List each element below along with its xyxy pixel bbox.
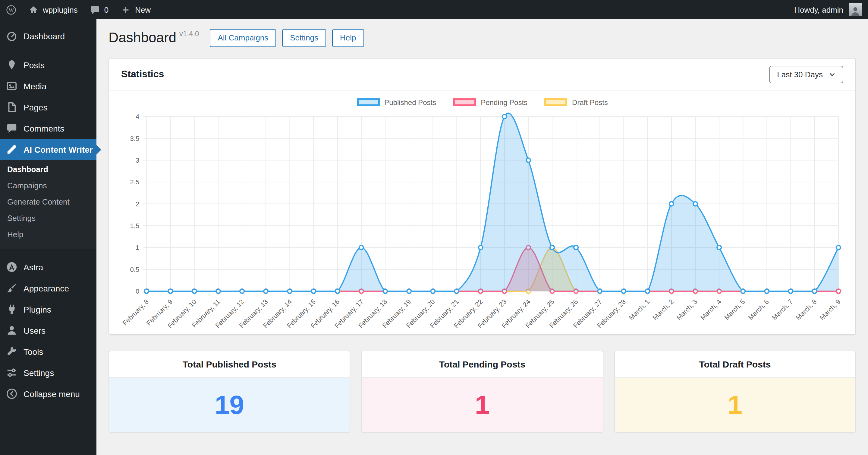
total-published-value: 19 — [215, 392, 244, 419]
submenu-item-settings[interactable]: Settings — [0, 210, 96, 226]
submenu-item-campaigns[interactable]: Campaigns — [0, 177, 96, 194]
submenu-item-help[interactable]: Help — [0, 226, 96, 243]
chevron-down-icon — [829, 71, 835, 78]
statistics-card-header: Statistics Last 30 Days — [109, 58, 855, 91]
submenu-item-generate-content[interactable]: Generate Content — [0, 194, 96, 210]
svg-text:0.5: 0.5 — [130, 265, 140, 273]
legend-item-draft[interactable]: Draft Posts — [544, 98, 608, 107]
sidebar-item-posts[interactable]: Posts — [0, 54, 96, 76]
total-published-card: Total Published Posts 19 — [108, 351, 350, 433]
statistics-chart[interactable]: 00.511.522.533.54February, 8February, 9F… — [119, 108, 846, 333]
pencil-icon — [6, 144, 18, 155]
new-label: New — [135, 5, 151, 14]
legend-swatch-draft — [544, 98, 567, 106]
svg-text:1.5: 1.5 — [130, 222, 140, 229]
legend-swatch-pending — [453, 98, 476, 106]
all-campaigns-button[interactable]: All Campaigns — [210, 29, 276, 47]
total-pending-card: Total Pending Posts 1 — [361, 351, 603, 433]
page-icon — [6, 102, 18, 113]
sidebar-item-astra[interactable]: Astra — [0, 256, 96, 278]
header-buttons: All Campaigns Settings Help — [210, 29, 364, 47]
legend-item-pending[interactable]: Pending Posts — [453, 98, 527, 107]
total-card-body: 1 — [615, 378, 855, 432]
main-content: Dashboard v1.4.0 All Campaigns Settings … — [96, 19, 868, 455]
sidebar-item-pages[interactable]: Pages — [0, 96, 96, 118]
svg-text:3: 3 — [135, 156, 139, 164]
total-card-title: Total Draft Posts — [615, 351, 855, 378]
settings-button[interactable]: Settings — [282, 29, 326, 47]
comment-bubble-icon — [90, 4, 100, 15]
pin-icon — [6, 59, 18, 70]
howdy-text: Howdy, admin — [794, 5, 843, 14]
sidebar-item-label: Media — [24, 81, 46, 91]
sidebar-item-collapse-menu[interactable]: Collapse menu — [0, 383, 96, 404]
date-range-select[interactable]: Last 30 Days — [769, 65, 843, 83]
plus-icon — [121, 4, 131, 15]
sidebar-item-dashboard[interactable]: Dashboard — [0, 25, 96, 47]
svg-text:0: 0 — [135, 287, 139, 295]
legend-item-published[interactable]: Published Posts — [356, 98, 436, 107]
avatar — [849, 3, 862, 16]
sidebar-item-label: Tools — [24, 347, 43, 356]
svg-text:March, 4: March, 4 — [699, 297, 722, 321]
sidebar-item-tools[interactable]: Tools — [0, 341, 96, 362]
sidebar-item-label: Plugins — [24, 305, 51, 314]
admin-bar: W wpplugins 0 New Howdy, admin — [0, 0, 868, 19]
site-name-menu[interactable]: wpplugins — [22, 0, 84, 19]
date-range-label: Last 30 Days — [777, 70, 823, 79]
total-card-title: Total Published Posts — [109, 351, 350, 378]
sidebar-item-comments[interactable]: Comments — [0, 118, 96, 139]
total-card-body: 19 — [109, 378, 350, 432]
wp-logo-menu[interactable]: W — [0, 0, 22, 19]
svg-text:March, 2: March, 2 — [651, 297, 675, 321]
svg-text:2.5: 2.5 — [130, 178, 140, 186]
astra-icon — [6, 261, 18, 273]
svg-text:March, 9: March, 9 — [818, 297, 842, 321]
wrench-icon — [6, 346, 18, 357]
sidebar-item-appearance[interactable]: Appearance — [0, 278, 96, 299]
ai-content-writer-submenu: Dashboard Campaigns Generate Content Set… — [0, 160, 96, 249]
sidebar-item-label: Collapse menu — [24, 389, 80, 399]
howdy-menu[interactable]: Howdy, admin — [788, 0, 868, 19]
page-header: Dashboard v1.4.0 All Campaigns Settings … — [96, 19, 868, 53]
new-content-menu[interactable]: New — [115, 0, 157, 19]
help-button[interactable]: Help — [332, 29, 364, 47]
legend-swatch-published — [356, 98, 379, 106]
legend-label: Pending Posts — [481, 98, 527, 107]
statistics-card: Statistics Last 30 Days Published Posts … — [108, 58, 856, 335]
sidebar-item-plugins[interactable]: Plugins — [0, 299, 96, 320]
svg-text:W: W — [8, 7, 14, 13]
wordpress-logo-icon: W — [6, 4, 16, 15]
sidebar-item-label: Appearance — [24, 283, 69, 293]
sidebar-item-users[interactable]: Users — [0, 320, 96, 341]
collapse-arrow-icon — [6, 388, 18, 399]
plug-icon — [6, 304, 18, 315]
sidebar-item-label: Users — [24, 325, 45, 335]
brush-icon — [6, 282, 18, 294]
sidebar-item-settings[interactable]: Settings — [0, 362, 96, 383]
total-card-title: Total Pending Posts — [362, 351, 603, 378]
sidebar-item-label: Astra — [24, 262, 43, 272]
sidebar-item-ai-content-writer[interactable]: AI Content Writer — [0, 139, 96, 160]
svg-text:March, 1: March, 1 — [627, 297, 651, 321]
svg-text:2: 2 — [135, 200, 139, 207]
sidebar-item-media[interactable]: Media — [0, 76, 96, 96]
menu-separator — [0, 47, 96, 54]
site-name: wpplugins — [43, 5, 78, 14]
total-card-body: 1 — [362, 378, 603, 432]
total-draft-card: Total Draft Posts 1 — [614, 351, 856, 433]
svg-text:March, 6: March, 6 — [747, 297, 770, 321]
svg-text:March, 7: March, 7 — [771, 297, 794, 321]
home-icon — [28, 4, 38, 15]
media-icon — [6, 80, 18, 92]
svg-text:1: 1 — [135, 244, 139, 251]
submenu-item-dashboard[interactable]: Dashboard — [0, 161, 96, 177]
legend-label: Draft Posts — [572, 98, 608, 107]
comments-count: 0 — [104, 5, 108, 14]
menu-separator — [0, 249, 96, 256]
sidebar-item-label: Dashboard — [24, 31, 65, 41]
statistics-title: Statistics — [121, 69, 164, 80]
dashboard-icon — [6, 30, 18, 41]
comments-icon — [6, 122, 18, 134]
comments-menu[interactable]: 0 — [84, 0, 115, 19]
